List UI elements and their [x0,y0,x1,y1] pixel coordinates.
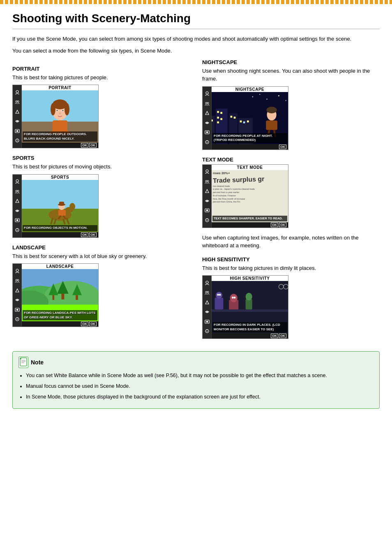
textmode-camera-frame: TEXT MODE rows 20%+ Trade surplus gr ms-… [202,164,288,228]
svg-rect-107 [206,321,208,322]
nightscape-sidebar-icon-3 [204,110,210,116]
landscape-title: LANDSCAPE [12,244,190,251]
note-title: Note [31,359,44,366]
textmode-ok1: OK [271,223,278,227]
svg-point-97 [206,200,208,201]
landscape-overlay: FOR RECORDING LANDSCA-PES WITH LOTS OF G… [23,310,97,320]
sidebar-icon-3 [14,109,20,115]
sports-screen-content: FOR RECORDING OBJECTS IN MOTION. [22,180,98,232]
svg-point-59 [205,102,207,104]
svg-point-40 [16,279,17,281]
svg-rect-5 [16,130,18,132]
textmode-sidebar-icon-5 [204,207,210,213]
svg-point-32 [69,203,75,210]
landscape-sidebar-icon-2 [14,278,20,283]
svg-rect-36 [58,210,66,216]
landscape-sidebar-icon-3 [14,288,20,293]
svg-point-21 [16,210,18,211]
svg-point-1 [16,101,17,102]
portrait-desc: This is best for taking pictures of peop… [12,74,190,82]
sports-sidebar-icon-6 [14,227,20,233]
svg-rect-35 [59,202,64,205]
textmode-title: TEXT MODE [202,157,380,163]
note-header: Note [18,357,374,368]
svg-rect-56 [76,295,78,300]
highsens-sidebar-icon-3 [204,299,210,305]
svg-point-61 [206,122,208,123]
portrait-ok1: OK [81,143,88,147]
svg-point-96 [207,180,209,182]
intro-text-2: You can select a mode from the following… [12,47,380,55]
sidebar-icon-4 [14,118,20,124]
nightscape-desc: Use when shooting night scenes. You can … [202,67,380,83]
svg-rect-73 [220,112,222,114]
svg-rect-86 [266,120,277,130]
sports-ok1: OK [81,233,88,237]
svg-point-119 [219,294,221,296]
highsens-sidebar-icon-1 [204,280,210,286]
note-icon [18,357,28,368]
portrait-camera-frame: PORTRAIT [12,85,99,148]
svg-rect-83 [247,120,249,122]
svg-rect-81 [240,120,242,122]
sports-sidebar-icon-3 [14,198,20,204]
landscape-screen-title: LANDSCAPE [22,264,98,269]
svg-rect-63 [206,131,208,133]
svg-point-105 [206,311,208,313]
textmode-sidebar [203,165,212,228]
svg-point-94 [206,170,208,172]
nightscape-title: NIGHTSCAPE [202,59,380,65]
svg-rect-44 [16,309,18,311]
landscape-sidebar-icon-1 [14,268,20,274]
highsens-sidebar [203,276,212,339]
svg-point-113 [216,292,222,299]
nightscape-screen-title: NIGHTSCAPE [212,87,288,92]
nightscape-screen: NIGHTSCAPE [212,87,288,150]
sports-sidebar-icon-2 [14,189,20,194]
portrait-screen: PORTRAIT [22,85,98,148]
left-column: PORTRAIT This is best for taking picture… [12,59,190,345]
svg-rect-79 [234,117,236,119]
sidebar-icon-1 [14,90,20,95]
svg-point-90 [266,99,267,99]
svg-point-118 [217,294,219,296]
landscape-ok1: OK [81,322,88,326]
highsens-ok1: OK [271,334,278,338]
svg-point-58 [206,92,208,94]
svg-point-104 [207,291,209,293]
highsens-title: HIGH SENSITIVITY [202,256,380,263]
sports-ok-bar: OK OK [22,232,98,237]
svg-point-85 [266,106,277,113]
svg-rect-69 [212,120,213,122]
highsens-sidebar-icon-5 [204,319,210,325]
highsens-screen-content: FOR RECORDING IN DARK PLACES. (LCD MONIT… [212,281,288,333]
portrait-sidebar [13,85,22,148]
textmode-screen-content: rows 20%+ Trade surplus gr ms-cleared tr… [212,170,288,222]
svg-point-103 [205,291,207,293]
textmode-sidebar-icon-3 [204,188,210,194]
landscape-camera-frame: LANDSCAPE [12,263,99,327]
nightscape-ok1: OK [279,145,286,149]
svg-rect-111 [212,309,288,312]
sidebar-icon-5 [14,128,20,134]
page-title: Shooting with Scenery-Matching [12,12,380,25]
svg-rect-52 [53,295,55,300]
svg-point-129 [20,358,21,359]
landscape-screen: LANDSCAPE [22,264,98,327]
textmode-ok-bar: OK OK [212,222,288,228]
nightscape-ok-bar: OK [212,144,288,150]
svg-point-2 [17,101,19,102]
svg-point-14 [57,110,58,111]
title-divider [12,29,380,29]
sidebar-icon-6 [14,138,20,143]
nightscape-sidebar-icon-2 [204,101,210,106]
svg-point-92 [286,100,286,101]
textmode-sidebar-icon-2 [204,179,210,184]
sports-camera-frame: SPORTS [12,174,99,238]
textmode-sidebar-icon-1 [204,169,210,175]
sports-ok2: OK [89,233,97,237]
highsens-ok2: OK [279,334,286,338]
textmode-screen-title: TEXT MODE [212,165,288,170]
textmode-screen: TEXT MODE rows 20%+ Trade surplus gr ms-… [212,165,288,228]
textmode-sidebar-icon-4 [204,198,210,204]
